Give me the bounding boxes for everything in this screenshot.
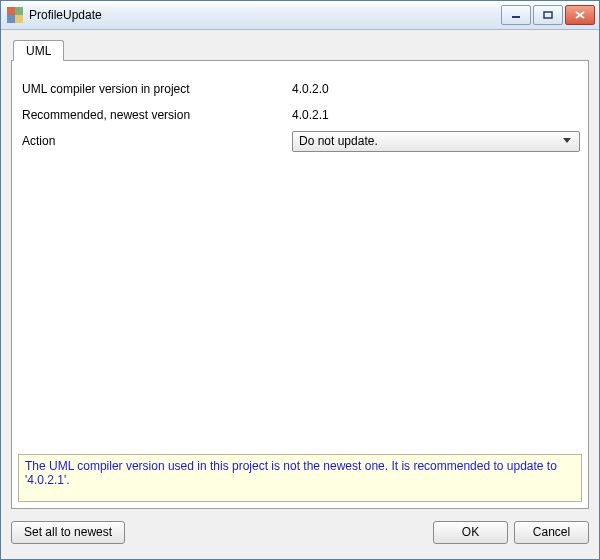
row-current-version: UML compiler version in project 4.0.2.0 xyxy=(22,77,580,101)
action-dropdown[interactable]: Do not update. xyxy=(292,131,580,152)
set-all-to-newest-button[interactable]: Set all to newest xyxy=(11,521,125,544)
recommended-version-label: Recommended, newest version xyxy=(22,108,292,122)
row-recommended-version: Recommended, newest version 4.0.2.1 xyxy=(22,103,580,127)
svg-rect-1 xyxy=(544,12,552,18)
chevron-down-icon xyxy=(561,138,573,144)
app-icon xyxy=(7,7,23,23)
form-area: UML compiler version in project 4.0.2.0 … xyxy=(12,61,588,163)
minimize-icon xyxy=(511,11,521,19)
tab-uml[interactable]: UML xyxy=(13,40,64,61)
client-area: UML UML compiler version in project 4.0.… xyxy=(1,30,599,559)
button-label: Cancel xyxy=(533,525,570,539)
titlebar: ProfileUpdate xyxy=(1,1,599,30)
close-icon xyxy=(575,11,585,19)
current-version-label: UML compiler version in project xyxy=(22,82,292,96)
window-controls xyxy=(501,5,595,25)
ok-button[interactable]: OK xyxy=(433,521,508,544)
minimize-button[interactable] xyxy=(501,5,531,25)
button-bar: Set all to newest OK Cancel xyxy=(11,509,589,549)
window-title: ProfileUpdate xyxy=(29,8,102,22)
action-label: Action xyxy=(22,134,292,148)
svg-marker-4 xyxy=(563,138,571,143)
action-dropdown-value: Do not update. xyxy=(299,134,561,148)
maximize-button[interactable] xyxy=(533,5,563,25)
dialog-window: ProfileUpdate UML UML c xyxy=(0,0,600,560)
tab-strip: UML xyxy=(11,38,589,60)
button-label: Set all to newest xyxy=(24,525,112,539)
close-button[interactable] xyxy=(565,5,595,25)
cancel-button[interactable]: Cancel xyxy=(514,521,589,544)
current-version-value: 4.0.2.0 xyxy=(292,82,580,96)
info-message: The UML compiler version used in this pr… xyxy=(18,454,582,502)
tab-panel: UML compiler version in project 4.0.2.0 … xyxy=(11,60,589,509)
recommended-version-value: 4.0.2.1 xyxy=(292,108,580,122)
maximize-icon xyxy=(543,11,553,19)
row-action: Action Do not update. xyxy=(22,129,580,153)
tab-label: UML xyxy=(26,44,51,58)
tab-container: UML UML compiler version in project 4.0.… xyxy=(11,38,589,509)
button-label: OK xyxy=(462,525,479,539)
